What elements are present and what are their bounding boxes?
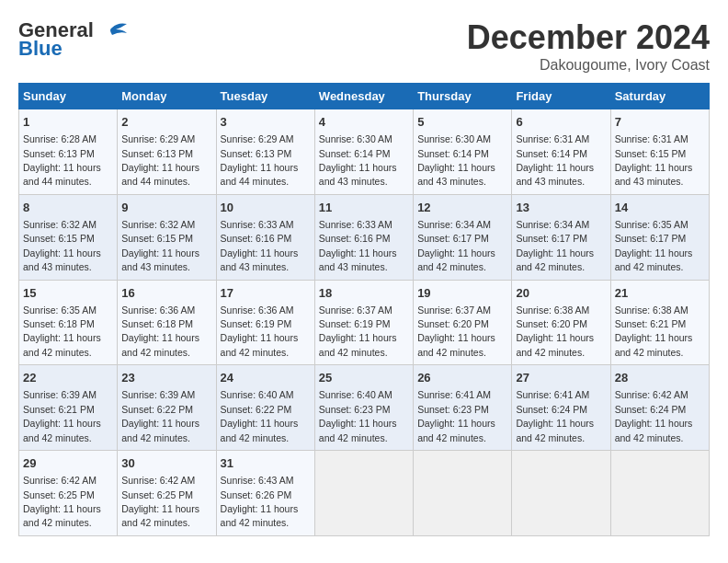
sunset-text: Sunset: 6:15 PM	[121, 233, 193, 244]
calendar-row: 22Sunrise: 6:39 AMSunset: 6:21 PMDayligh…	[19, 365, 710, 451]
page-header: General Blue December 2024 Dakougoume, I…	[18, 18, 710, 74]
sunset-text: Sunset: 6:22 PM	[221, 404, 292, 415]
day-number: 28	[615, 370, 705, 386]
day-number: 27	[516, 370, 606, 386]
table-row: 13Sunrise: 6:34 AMSunset: 6:17 PMDayligh…	[512, 194, 610, 280]
daylight-text: Daylight: 11 hours and 42 minutes.	[615, 247, 693, 272]
col-wednesday: Wednesday	[314, 84, 413, 109]
logo: General Blue	[18, 18, 129, 61]
table-row: 30Sunrise: 6:42 AMSunset: 6:25 PMDayligh…	[118, 451, 216, 536]
table-row: 3Sunrise: 6:29 AMSunset: 6:13 PMDaylight…	[216, 109, 314, 195]
day-number: 14	[615, 200, 705, 216]
day-number: 21	[615, 285, 705, 302]
day-number: 9	[121, 200, 211, 216]
daylight-text: Daylight: 11 hours and 43 minutes.	[23, 247, 101, 272]
daylight-text: Daylight: 11 hours and 42 minutes.	[615, 332, 693, 357]
table-row: 31Sunrise: 6:43 AMSunset: 6:26 PMDayligh…	[216, 451, 314, 536]
sunrise-text: Sunrise: 6:37 AM	[319, 304, 392, 316]
day-number: 26	[417, 370, 507, 386]
sunrise-text: Sunrise: 6:33 AM	[221, 219, 294, 230]
sunrise-text: Sunrise: 6:34 AM	[417, 219, 491, 230]
daylight-text: Daylight: 11 hours and 42 minutes.	[121, 332, 199, 357]
day-number: 1	[23, 114, 113, 131]
daylight-text: Daylight: 11 hours and 42 minutes.	[615, 418, 693, 442]
sunset-text: Sunset: 6:17 PM	[516, 233, 587, 244]
daylight-text: Daylight: 11 hours and 42 minutes.	[319, 418, 397, 442]
daylight-text: Daylight: 11 hours and 43 minutes.	[516, 162, 594, 187]
daylight-text: Daylight: 11 hours and 42 minutes.	[221, 332, 299, 357]
day-number: 22	[23, 370, 113, 386]
col-sunday: Sunday	[19, 84, 118, 109]
sunrise-text: Sunrise: 6:38 AM	[615, 304, 688, 316]
daylight-text: Daylight: 11 hours and 43 minutes.	[319, 162, 397, 187]
table-row: 22Sunrise: 6:39 AMSunset: 6:21 PMDayligh…	[19, 365, 118, 451]
sunrise-text: Sunrise: 6:29 AM	[221, 133, 294, 144]
day-number: 13	[516, 200, 606, 216]
day-number: 5	[417, 114, 507, 131]
day-number: 25	[319, 370, 409, 386]
calendar-header-row: Sunday Monday Tuesday Wednesday Thursday…	[19, 84, 710, 109]
daylight-text: Daylight: 11 hours and 43 minutes.	[221, 247, 299, 272]
sunrise-text: Sunrise: 6:35 AM	[615, 219, 688, 230]
col-thursday: Thursday	[414, 84, 512, 109]
sunset-text: Sunset: 6:19 PM	[319, 318, 391, 329]
day-number: 8	[23, 200, 113, 216]
sunrise-text: Sunrise: 6:41 AM	[417, 389, 491, 400]
sunset-text: Sunset: 6:21 PM	[23, 404, 95, 415]
day-number: 6	[516, 114, 606, 131]
table-row: 11Sunrise: 6:33 AMSunset: 6:16 PMDayligh…	[314, 194, 413, 280]
sunset-text: Sunset: 6:16 PM	[319, 233, 391, 244]
daylight-text: Daylight: 11 hours and 42 minutes.	[319, 332, 397, 357]
calendar-row: 29Sunrise: 6:42 AMSunset: 6:25 PMDayligh…	[19, 451, 710, 536]
daylight-text: Daylight: 11 hours and 43 minutes.	[417, 162, 495, 187]
sunrise-text: Sunrise: 6:39 AM	[23, 389, 97, 400]
sunset-text: Sunset: 6:14 PM	[516, 148, 587, 159]
table-row	[414, 451, 512, 536]
day-number: 15	[23, 285, 113, 302]
month-title: December 2024	[467, 18, 710, 57]
calendar-row: 1Sunrise: 6:28 AMSunset: 6:13 PMDaylight…	[19, 109, 710, 195]
sunrise-text: Sunrise: 6:32 AM	[23, 219, 97, 230]
sunrise-text: Sunrise: 6:32 AM	[121, 219, 195, 230]
calendar-table: Sunday Monday Tuesday Wednesday Thursday…	[18, 83, 710, 536]
table-row: 20Sunrise: 6:38 AMSunset: 6:20 PMDayligh…	[512, 280, 610, 365]
sunset-text: Sunset: 6:20 PM	[516, 318, 587, 329]
table-row: 23Sunrise: 6:39 AMSunset: 6:22 PMDayligh…	[118, 365, 216, 451]
sunrise-text: Sunrise: 6:36 AM	[121, 304, 195, 316]
daylight-text: Daylight: 11 hours and 42 minutes.	[121, 503, 199, 528]
table-row: 15Sunrise: 6:35 AMSunset: 6:18 PMDayligh…	[19, 280, 118, 365]
sunrise-text: Sunrise: 6:40 AM	[319, 389, 392, 400]
sunrise-text: Sunrise: 6:31 AM	[516, 133, 589, 144]
daylight-text: Daylight: 11 hours and 43 minutes.	[615, 162, 693, 187]
col-tuesday: Tuesday	[216, 84, 314, 109]
table-row: 10Sunrise: 6:33 AMSunset: 6:16 PMDayligh…	[216, 194, 314, 280]
sunset-text: Sunset: 6:13 PM	[23, 148, 95, 159]
table-row: 6Sunrise: 6:31 AMSunset: 6:14 PMDaylight…	[512, 109, 610, 195]
sunset-text: Sunset: 6:15 PM	[615, 148, 687, 159]
table-row: 1Sunrise: 6:28 AMSunset: 6:13 PMDaylight…	[19, 109, 118, 195]
day-number: 29	[23, 455, 113, 472]
day-number: 31	[221, 455, 311, 472]
table-row: 18Sunrise: 6:37 AMSunset: 6:19 PMDayligh…	[314, 280, 413, 365]
sunrise-text: Sunrise: 6:40 AM	[221, 389, 294, 400]
day-number: 20	[516, 285, 606, 302]
table-row: 14Sunrise: 6:35 AMSunset: 6:17 PMDayligh…	[610, 194, 709, 280]
sunrise-text: Sunrise: 6:39 AM	[121, 389, 195, 400]
sunset-text: Sunset: 6:22 PM	[121, 404, 193, 415]
day-number: 7	[615, 114, 705, 131]
sunrise-text: Sunrise: 6:34 AM	[516, 219, 589, 230]
sunset-text: Sunset: 6:18 PM	[121, 318, 193, 329]
sunset-text: Sunset: 6:15 PM	[23, 233, 95, 244]
daylight-text: Daylight: 11 hours and 42 minutes.	[221, 503, 299, 528]
location: Dakougoume, Ivory Coast	[467, 57, 710, 74]
sunset-text: Sunset: 6:14 PM	[417, 148, 489, 159]
sunset-text: Sunset: 6:26 PM	[221, 489, 292, 500]
sunset-text: Sunset: 6:17 PM	[417, 233, 489, 244]
day-number: 17	[221, 285, 311, 302]
sunset-text: Sunset: 6:17 PM	[615, 233, 687, 244]
table-row	[512, 451, 610, 536]
table-row: 2Sunrise: 6:29 AMSunset: 6:13 PMDaylight…	[118, 109, 216, 195]
table-row: 29Sunrise: 6:42 AMSunset: 6:25 PMDayligh…	[19, 451, 118, 536]
daylight-text: Daylight: 11 hours and 44 minutes.	[121, 162, 199, 187]
daylight-text: Daylight: 11 hours and 42 minutes.	[23, 418, 101, 442]
